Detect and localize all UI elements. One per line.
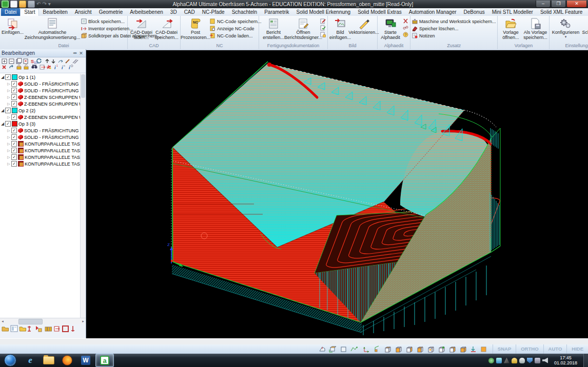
tree-item-op3[interactable]: ◢ ✓ Op 3 (3) <box>0 120 86 127</box>
tree-item[interactable]: ▷ ✓ SOLID - FRÄSRICHTUNG WERKZE <box>0 80 86 87</box>
expander-icon[interactable]: ◢ <box>0 121 5 126</box>
status-check-icon[interactable] <box>488 358 494 363</box>
close-button[interactable]: ✕ <box>566 1 587 8</box>
scroll-right-icon[interactable]: ▸ <box>81 319 86 323</box>
tab-automation-manager[interactable]: Automation Manager <box>405 8 460 16</box>
tree-item[interactable]: ▷ ✓ Z-EBENEN SCHRUPPEN WERKZEU <box>0 100 86 107</box>
view-control-icons[interactable] <box>318 345 491 353</box>
alphacam-logo-icon[interactable] <box>2 1 9 8</box>
hide-toggle[interactable]: HIDE <box>566 344 588 354</box>
checkbox[interactable]: ✓ <box>11 134 17 140</box>
ortho-toggle[interactable]: ORTHO <box>516 344 543 354</box>
checkbox[interactable]: ✓ <box>11 154 17 160</box>
tree-vertical-scrollbar[interactable] <box>80 74 86 318</box>
notizen-button[interactable]: Notizen <box>412 32 496 39</box>
expander-icon[interactable]: ◢ <box>0 108 5 113</box>
open-folder-icon[interactable] <box>19 1 26 8</box>
speaker-icon[interactable] <box>542 358 548 363</box>
checkbox[interactable]: ✓ <box>11 88 17 93</box>
vorlage-oeffnen-button[interactable]: Vorlage öffnen... <box>499 17 522 40</box>
starte-alphaedit-button[interactable]: Starte Alphaedit <box>379 17 402 40</box>
konfigurieren-button[interactable]: Konfigurieren ▾ <box>551 17 580 39</box>
tab-arbeitsebenen[interactable]: Arbeitsebenen <box>126 8 167 16</box>
tab-start[interactable]: Start <box>20 8 39 16</box>
tab-3d[interactable]: 3D <box>167 8 181 16</box>
shield-icon[interactable] <box>527 358 533 363</box>
expander-icon[interactable]: ▷ <box>6 162 11 166</box>
maschine-werkstueck-speichern-button[interactable]: Maschine und Werkstück speichern... <box>412 18 496 25</box>
checkbox[interactable]: ✓ <box>5 121 11 127</box>
tree-item[interactable]: ▷ ✓ KONTURPARALLELE TASCHE - SCH <box>0 147 86 154</box>
bild-einfuegen-button[interactable]: Bild einfügen... <box>329 17 351 40</box>
expander-icon[interactable]: ▷ <box>6 135 11 139</box>
viewport[interactable]: Z <box>86 49 588 338</box>
expander-icon[interactable]: ▷ <box>6 149 11 153</box>
undo-icon[interactable]: ↶ <box>36 1 41 7</box>
operations-tree[interactable]: ◢ ✓ Op 1 (1) ▷ ✓ SOLID - FRÄSRICHTUNG WE… <box>0 73 86 318</box>
expander-icon[interactable]: ◢ <box>0 75 5 79</box>
document-help-icon[interactable] <box>320 32 326 37</box>
panel-bottom-toolbar[interactable] <box>0 324 86 333</box>
nc-code-speichern-button[interactable]: NC-Code speichern... <box>210 18 262 25</box>
tab-solid-xml-feature[interactable]: Solid XML Feature <box>537 8 586 16</box>
cut-icon[interactable] <box>403 18 408 24</box>
anzeige-nc-code-button[interactable]: Anzeige NC-Code <box>210 25 262 32</box>
expander-icon[interactable]: ▷ <box>6 82 11 86</box>
save-icon[interactable] <box>28 1 35 8</box>
auto-toggle[interactable]: AUTO <box>543 344 567 354</box>
schriftarten-button[interactable]: T Schriftarten ▾ <box>581 17 588 39</box>
maximize-button[interactable]: ❐ <box>551 1 566 8</box>
bericht-erstellen-button[interactable]: Bericht erstellen... <box>261 17 286 40</box>
expander-icon[interactable]: ▷ <box>6 142 11 146</box>
panel-toolbar[interactable]: S123 i1 in i <box>0 57 86 73</box>
document-check-icon[interactable] <box>320 25 326 31</box>
minimize-button[interactable]: – <box>536 1 551 8</box>
start-orb[interactable] <box>4 354 16 366</box>
tab-mini-stl-modeller[interactable]: Mini STL Modeller <box>488 8 537 16</box>
post-prozessoren-button[interactable]: NC Post Prozessoren... <box>182 17 209 40</box>
expander-icon[interactable]: ▷ <box>6 115 11 119</box>
tree-item[interactable]: ▷ ✓ Z-EBENEN SCHRUPPEN WERKZEU <box>0 114 86 120</box>
tree-item-op1[interactable]: ◢ ✓ Op 1 (1) <box>0 74 86 80</box>
tree-item[interactable]: ▷ ✓ KONTURPARALLELE TASCHE - SCH <box>0 140 86 147</box>
network-icon[interactable] <box>535 358 540 363</box>
tab-solid-modell-erkennung[interactable]: Solid Modell Erkennung <box>293 8 355 16</box>
checkbox[interactable]: ✓ <box>11 101 17 107</box>
nc-code-laden-button[interactable]: NC-Code laden... <box>210 32 262 39</box>
tab-schachteln[interactable]: Schachteln <box>228 8 261 16</box>
panel-bottom-icons[interactable] <box>1 324 80 333</box>
checkbox[interactable]: ✓ <box>11 161 17 167</box>
checkbox[interactable]: ✓ <box>11 141 17 147</box>
tab-add-ins-makros[interactable]: Add-Ins/Makros <box>586 8 588 16</box>
expander-icon[interactable]: ▷ <box>6 155 11 159</box>
tab-solid-modell-extras[interactable]: Solid Modell Extras <box>354 8 405 16</box>
new-document-icon[interactable] <box>10 1 17 8</box>
viewport-canvas[interactable]: Z <box>86 50 588 338</box>
taskbar-item-firefox[interactable] <box>58 354 76 366</box>
mouse-icon[interactable] <box>519 358 525 363</box>
oeffnen-berichtsdesigner-button[interactable]: Öffnen Berichtsdesigner... <box>287 17 319 40</box>
tab-ansicht[interactable]: Ansicht <box>71 8 95 16</box>
link-icon[interactable] <box>403 25 408 31</box>
pin-icon[interactable]: ⏛ <box>72 50 78 56</box>
document-edit-icon[interactable] <box>320 18 326 24</box>
expander-icon[interactable]: ▷ <box>6 89 11 93</box>
scrollbar-thumb[interactable] <box>18 319 42 324</box>
checkbox[interactable]: ✓ <box>5 108 11 113</box>
tree-item-op2[interactable]: ◢ ✓ Op 2 (2) <box>0 107 86 114</box>
checkbox[interactable]: ✓ <box>11 81 17 87</box>
taskbar-clock[interactable]: 17:45 01.02.2018 <box>550 355 581 365</box>
konfigurieren-dropdown-icon[interactable]: ▾ <box>565 35 567 38</box>
cad-datei-speichern-button[interactable]: CAD-Datei speichern... <box>154 17 179 40</box>
cad-datei-laden-button[interactable]: CAD-Datei laden... <box>129 17 153 40</box>
speicher-loeschen-button[interactable]: Speicher löschen... <box>412 25 496 32</box>
graphics-icon[interactable] <box>504 358 509 363</box>
als-vorlage-speichern-button[interactable]: Als Vorlage speichern... <box>523 17 547 40</box>
show-desktop-button[interactable] <box>583 354 588 367</box>
expander-icon[interactable]: ▷ <box>6 129 11 133</box>
alphaedit-help-icon[interactable]: ? <box>403 32 408 37</box>
snap-toggle[interactable]: SNAP <box>493 344 516 354</box>
messenger-icon[interactable] <box>496 358 502 363</box>
tree-item[interactable]: ▷ ✓ KONTURPARALLELE TASCHE - SCH <box>0 154 86 160</box>
tree-item[interactable]: ▷ ✓ SOLID - FRÄSRICHTUNG WERKZE <box>0 134 86 140</box>
